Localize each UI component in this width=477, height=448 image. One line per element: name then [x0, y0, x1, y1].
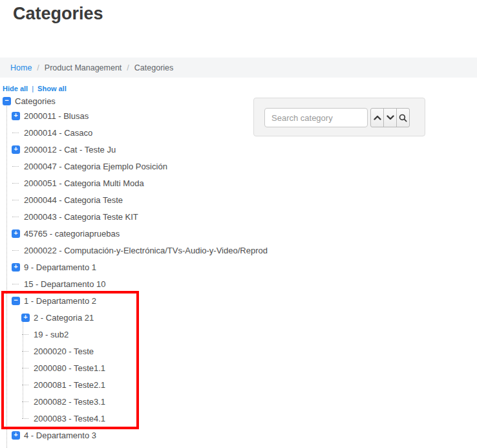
expand-icon[interactable]: +	[12, 112, 20, 120]
tree-node-label[interactable]: Categories	[15, 96, 56, 106]
tree-node-label[interactable]: 2000011 - Blusas	[24, 111, 89, 121]
categories-page: Categories Home/Product Management/Categ…	[0, 0, 477, 448]
tree-node[interactable]: 19 - sub2	[3, 326, 281, 343]
tree-node-label[interactable]: 2000047 - Categoria Ejemplo Posición	[24, 162, 167, 171]
tree-node[interactable]: −1 - Departamento 2	[3, 292, 281, 309]
breadcrumb-item-categories: Categories	[134, 63, 173, 72]
tree-node[interactable]: 2000081 - Teste2.1	[3, 376, 281, 393]
chevron-down-icon	[387, 115, 394, 120]
expand-icon[interactable]: +	[12, 145, 20, 154]
collapse-icon[interactable]: −	[12, 297, 20, 305]
tree-connector	[12, 284, 19, 284]
expand-icon[interactable]: +	[21, 314, 30, 322]
tree-connector	[22, 351, 28, 352]
tree-node-label[interactable]: 9 - Departamento 1	[24, 262, 96, 272]
tree-node-label[interactable]: 2000051 - Categoria Multi Moda	[24, 178, 144, 188]
tree-connector	[22, 385, 28, 385]
search-input[interactable]	[264, 108, 368, 127]
tree-node[interactable]: 2000083 - Teste4.1	[3, 410, 281, 427]
page-title: Categories	[13, 4, 103, 24]
tree-node-label[interactable]: 2000082 - Teste3.1	[34, 397, 105, 407]
chevron-up-icon	[374, 115, 381, 120]
tree-node-label[interactable]: 45765 - categoriapruebas	[24, 229, 120, 239]
tree-root-node[interactable]: − Categories	[3, 94, 281, 107]
tree-node-label[interactable]: 2000020 - Teste	[34, 347, 94, 356]
tree-node-label[interactable]: 19 - sub2	[34, 330, 69, 339]
tree-connector	[12, 133, 19, 133]
breadcrumb-item-home[interactable]: Home	[10, 63, 32, 72]
tree-node[interactable]: +4 - Departamento 3	[3, 427, 281, 443]
expand-icon[interactable]: +	[12, 229, 20, 238]
collapse-icon[interactable]: −	[3, 97, 11, 105]
next-match-button[interactable]	[383, 108, 397, 127]
breadcrumb-separator: /	[37, 63, 39, 72]
tree-node-label[interactable]: 2 - Categoria 21	[34, 313, 94, 323]
breadcrumb: Home/Product Management/Categories	[0, 58, 477, 78]
expand-icon[interactable]: +	[12, 263, 20, 272]
tree-connector	[22, 368, 28, 368]
breadcrumb-separator: /	[127, 63, 129, 72]
tree-node[interactable]: 2000020 - Teste	[3, 343, 281, 359]
tree-node-label[interactable]: 2000012 - Cat - Teste Ju	[24, 145, 116, 155]
tree-connector	[12, 200, 19, 200]
tree-node-label[interactable]: 2000044 - Categoria Teste	[24, 195, 123, 205]
tree-node[interactable]: 2000043 - Categoria Teste KIT	[3, 208, 281, 225]
tree-node-label[interactable]: 2000081 - Teste2.1	[34, 380, 105, 390]
hide-all-link[interactable]: Hide all	[3, 85, 28, 92]
tree-node[interactable]: 2000022 - Computación-y-Electrónica/TVs-…	[3, 242, 281, 259]
tree-node[interactable]: 2000014 - Casaco	[3, 124, 281, 141]
search-button-group	[370, 108, 410, 127]
tree-controls: Hide all | Show all	[3, 85, 67, 92]
tree-node[interactable]: 15 - Departamento 10	[3, 275, 281, 292]
tree-rows: +2000011 - Blusas2000014 - Casaco+200001…	[3, 107, 281, 443]
show-all-link[interactable]: Show all	[37, 85, 67, 92]
category-tree: − Categories +2000011 - Blusas2000014 - …	[3, 94, 281, 443]
tree-connector	[22, 334, 28, 335]
tree-node[interactable]: 2000080 - Teste1.1	[3, 359, 281, 376]
tree-connector	[22, 418, 28, 419]
category-search-panel	[253, 98, 425, 136]
search-icon	[399, 114, 407, 122]
tree-node[interactable]: +2000011 - Blusas	[3, 107, 281, 124]
tree-controls-separator: |	[32, 85, 34, 92]
tree-node-label[interactable]: 1 - Departamento 2	[24, 296, 96, 306]
tree-node[interactable]: 2000047 - Categoria Ejemplo Posición	[3, 158, 281, 175]
tree-node[interactable]: +45765 - categoriapruebas	[3, 225, 281, 242]
tree-node-label[interactable]: 2000043 - Categoria Teste KIT	[24, 212, 138, 222]
tree-connector	[12, 250, 19, 251]
tree-node-label[interactable]: 4 - Departamento 3	[24, 431, 96, 440]
tree-node[interactable]: 2000051 - Categoria Multi Moda	[3, 175, 281, 191]
tree-node-label[interactable]: 2000083 - Teste4.1	[34, 414, 105, 423]
tree-node[interactable]: +9 - Departamento 1	[3, 259, 281, 275]
tree-node[interactable]: +2 - Categoria 21	[3, 309, 281, 326]
tree-node[interactable]: 2000044 - Categoria Teste	[3, 191, 281, 208]
tree-node[interactable]: +2000012 - Cat - Teste Ju	[3, 141, 281, 158]
tree-node[interactable]: 2000082 - Teste3.1	[3, 393, 281, 410]
expand-icon[interactable]: +	[12, 431, 20, 440]
tree-connector	[12, 166, 19, 167]
tree-connector	[12, 183, 19, 184]
tree-node-label[interactable]: 2000014 - Casaco	[24, 128, 92, 138]
tree-node-label[interactable]: 2000022 - Computación-y-Electrónica/TVs-…	[24, 246, 268, 255]
search-button[interactable]	[396, 108, 410, 127]
previous-match-button[interactable]	[370, 108, 384, 127]
breadcrumb-item-product-management: Product Management	[45, 63, 122, 72]
tree-connector	[12, 217, 19, 217]
tree-connector	[22, 401, 28, 402]
tree-node-label[interactable]: 15 - Departamento 10	[24, 279, 105, 289]
tree-node-label[interactable]: 2000080 - Teste1.1	[34, 363, 105, 373]
